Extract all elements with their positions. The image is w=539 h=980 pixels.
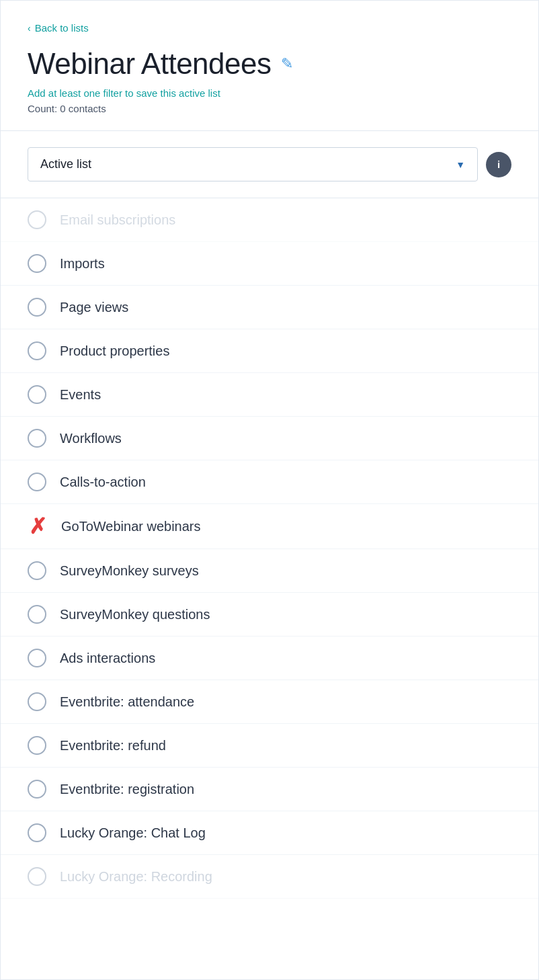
info-button[interactable]: i (486, 152, 511, 177)
list-item-surveymonkey-surveys[interactable]: SurveyMonkey surveys (1, 549, 538, 593)
list-item-lucky-orange-chat-log[interactable]: Lucky Orange: Chat Log (1, 811, 538, 855)
list-item-label: Eventbrite: attendance (60, 694, 194, 710)
list-item-label: Eventbrite: refund (60, 738, 166, 753)
dropdown-selected-value: Active list (40, 157, 91, 171)
radio-button[interactable] (28, 649, 46, 667)
count-text: Count: 0 contacts (28, 103, 511, 114)
list-item-page-views[interactable]: Page views (1, 286, 538, 329)
radio-button[interactable] (28, 385, 46, 404)
radio-button[interactable] (28, 210, 46, 229)
list-item-ads-interactions[interactable]: Ads interactions (1, 637, 538, 680)
radio-button[interactable] (28, 736, 46, 755)
list-item-label: Lucky Orange: Chat Log (60, 825, 206, 841)
header-section: ‹ Back to lists Webinar Attendees ✎ Add … (1, 1, 538, 131)
list-item-lucky-orange-recording[interactable]: Lucky Orange: Recording (1, 855, 538, 899)
back-link-label: Back to lists (35, 22, 89, 34)
list-item-email-subscriptions[interactable]: Email subscriptions (1, 198, 538, 242)
list-item-gotowebinar-webinars[interactable]: ✗ GoToWebinar webinars (1, 504, 538, 549)
list-item-label: Eventbrite: registration (60, 782, 194, 797)
radio-button[interactable] (28, 341, 46, 360)
list-item-label: Workflows (60, 431, 122, 446)
dropdown-container: Active list ▼ i (28, 147, 511, 181)
radio-button[interactable] (28, 298, 46, 317)
list-item-surveymonkey-questions[interactable]: SurveyMonkey questions (1, 593, 538, 637)
radio-button[interactable] (28, 823, 46, 842)
list-item-eventbrite-attendance[interactable]: Eventbrite: attendance (1, 680, 538, 724)
radio-button[interactable] (28, 692, 46, 711)
page-title: Webinar Attendees (28, 47, 272, 81)
list-item-label: Ads interactions (60, 651, 155, 666)
radio-button[interactable] (28, 605, 46, 624)
info-icon: i (497, 159, 500, 170)
radio-button[interactable] (28, 473, 46, 491)
list-item-calls-to-action[interactable]: Calls-to-action (1, 460, 538, 504)
subtitle-text: Add at least one filter to save this act… (28, 87, 511, 99)
back-to-lists-link[interactable]: ‹ Back to lists (28, 22, 511, 34)
radio-x-mark: ✗ (28, 516, 48, 536)
filter-list-section: Email subscriptions Imports Page views P… (1, 198, 538, 899)
back-chevron-icon: ‹ (28, 23, 31, 34)
list-item-events[interactable]: Events (1, 373, 538, 417)
list-item-label: Email subscriptions (60, 212, 175, 228)
list-item-label: Calls-to-action (60, 475, 146, 490)
radio-button[interactable] (28, 867, 46, 886)
list-item-label: GoToWebinar webinars (61, 519, 201, 534)
list-item-label: Imports (60, 256, 105, 272)
dropdown-arrow-icon: ▼ (456, 159, 465, 170)
radio-button[interactable] (28, 429, 46, 448)
list-item-label: SurveyMonkey questions (60, 607, 210, 622)
radio-button[interactable] (28, 780, 46, 799)
list-item-label: Product properties (60, 343, 169, 359)
x-icon: ✗ (29, 516, 47, 537)
list-item-workflows[interactable]: Workflows (1, 417, 538, 460)
page-container: ‹ Back to lists Webinar Attendees ✎ Add … (0, 0, 539, 980)
list-item-product-properties[interactable]: Product properties (1, 329, 538, 373)
radio-button[interactable] (28, 254, 46, 273)
list-item-label: Lucky Orange: Recording (60, 869, 212, 885)
radio-button[interactable] (28, 561, 46, 580)
title-row: Webinar Attendees ✎ (28, 47, 511, 81)
list-type-dropdown[interactable]: Active list ▼ (28, 147, 478, 181)
list-item-label: SurveyMonkey surveys (60, 563, 199, 579)
dropdown-section: Active list ▼ i (1, 131, 538, 198)
list-item-eventbrite-refund[interactable]: Eventbrite: refund (1, 724, 538, 768)
list-item-label: Events (60, 387, 101, 403)
list-item-imports[interactable]: Imports (1, 242, 538, 286)
list-item-label: Page views (60, 300, 128, 315)
list-item-eventbrite-registration[interactable]: Eventbrite: registration (1, 768, 538, 811)
edit-icon[interactable]: ✎ (281, 55, 293, 73)
